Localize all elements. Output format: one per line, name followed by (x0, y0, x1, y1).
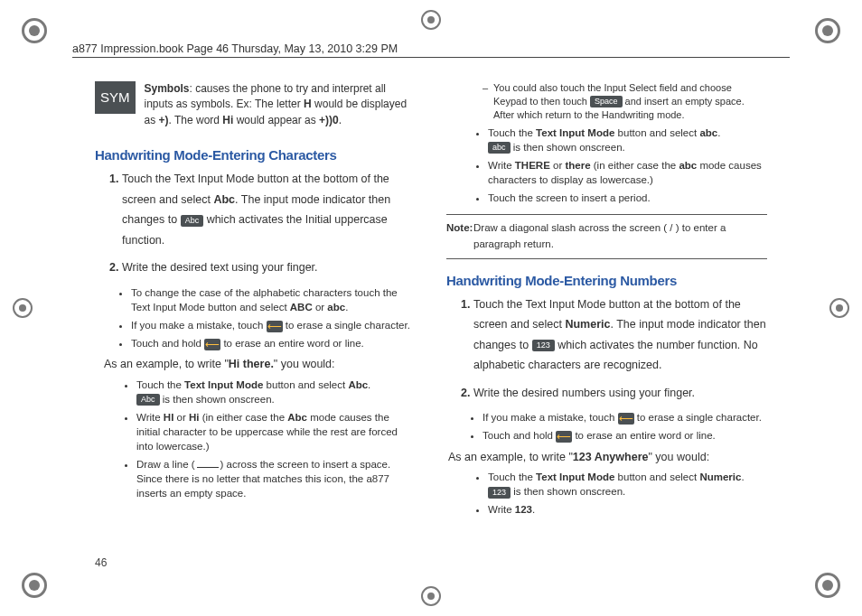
bullet: If you make a mistake, touch ⟵ to erase … (483, 410, 767, 425)
chars-example-bullets-cont: Touch the Text Input Mode button and sel… (446, 126, 767, 205)
bullet: Write THERE or there (in either case the… (488, 158, 767, 187)
abc-lower-chip-icon: abc (488, 142, 511, 154)
note-body: Draw a diagonal slash across the screen … (446, 220, 767, 253)
step: Touch the Text Input Mode button at the … (473, 294, 767, 376)
nums-example-bullets: Touch the Text Input Mode button and sel… (446, 470, 767, 517)
space-chip-icon: Space (590, 96, 623, 107)
content: SYM Symbols: causes the phone to try and… (95, 81, 767, 562)
heading-characters: Handwriting Mode-Entering Characters (95, 145, 416, 165)
nums-bullets: If you make a mistake, touch ⟵ to erase … (446, 410, 767, 443)
page-number: 46 (95, 556, 107, 569)
chars-subbullets: You could also touch the Input Select fi… (446, 81, 767, 122)
registration-mark-icon (815, 573, 840, 598)
bullet: Touch the Text Input Mode button and sel… (488, 126, 767, 154)
page: a877 Impression.book Page 46 Thursday, M… (0, 0, 862, 616)
chars-steps: Touch the Text Input Mode button at the … (95, 169, 416, 278)
step: Touch the Text Input Mode button at the … (122, 169, 416, 250)
symbols-description: Symbols: causes the phone to try and int… (145, 81, 416, 128)
nums-example-intro: As an example, to write "123 Anywhere" y… (448, 449, 767, 466)
bullet: Draw a line () across the screen to inse… (136, 457, 416, 500)
registration-mark-icon (421, 586, 441, 606)
chars-bullets: To change the case of the alphabetic cha… (95, 285, 416, 350)
bullet: Touch the Text Input Mode button and sel… (488, 470, 767, 499)
registration-mark-icon (421, 10, 441, 30)
numeric-chip-icon: 123 (488, 487, 511, 499)
registration-mark-icon (13, 298, 33, 318)
registration-mark-icon (829, 298, 849, 318)
backspace-icon: ⟵ (618, 413, 634, 425)
bullet: Touch the screen to insert a period. (488, 191, 767, 205)
symbols-block: SYM Symbols: causes the phone to try and… (95, 81, 416, 128)
bullet: Touch the Text Input Mode button and sel… (136, 378, 416, 406)
step: Write the desired numbers using your fin… (473, 383, 767, 404)
backspace-icon: ⟵ (267, 321, 283, 332)
page-header: a877 Impression.book Page 46 Thursday, M… (72, 42, 790, 58)
registration-mark-icon (22, 573, 47, 598)
bullet: Touch and hold ⟵ to erase an entire word… (131, 336, 416, 350)
backspace-icon: ⟵ (556, 431, 572, 443)
subbullet: You could also touch the Input Select fi… (493, 81, 767, 122)
registration-mark-icon (22, 18, 47, 43)
heading-numbers: Handwriting Mode-Entering Numbers (446, 270, 767, 291)
bullet: Touch and hold ⟵ to erase an entire word… (483, 428, 767, 443)
registration-mark-icon (815, 18, 840, 43)
sym-mode-chip: SYM (95, 81, 136, 114)
chars-example-bullets: Touch the Text Input Mode button and sel… (95, 378, 416, 501)
chars-example-intro: As an example, to write "Hi there." you … (104, 356, 416, 373)
abc-chip-icon: Abc (136, 394, 160, 406)
bullet: Write 123. (488, 502, 767, 517)
nums-steps: Touch the Text Input Mode button at the … (446, 294, 767, 404)
bullet: Write HI or Hi (in either case the Abc m… (136, 410, 416, 453)
note-block: Note: Draw a diagonal slash across the s… (446, 214, 767, 259)
blank-line-icon (197, 467, 219, 468)
note-label: Note: (446, 220, 473, 237)
numeric-chip-icon: 123 (532, 340, 555, 351)
abc-chip-icon: Abc (181, 215, 204, 227)
bullet: If you make a mistake, touch ⟵ to erase … (131, 318, 416, 332)
step: Write the desired text using your finger… (122, 257, 416, 278)
bullet: To change the case of the alphabetic cha… (131, 285, 416, 314)
backspace-icon: ⟵ (204, 339, 220, 350)
